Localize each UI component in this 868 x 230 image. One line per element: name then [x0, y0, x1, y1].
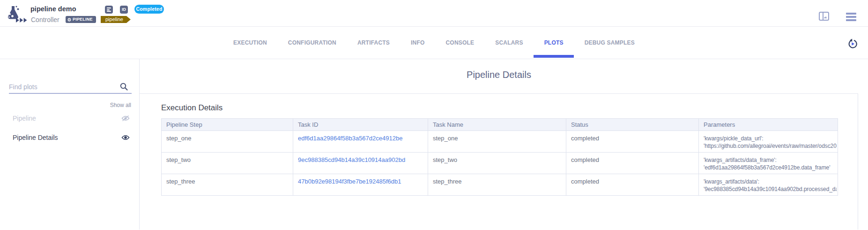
cell-pipeline-step: step_one	[162, 131, 293, 153]
find-plots-input[interactable]: Find plots	[9, 83, 37, 91]
gear-icon	[67, 18, 71, 22]
cell-task-id[interactable]: 9ec988385cd94b14a39c10914aa902bd	[293, 153, 428, 174]
tab-plots[interactable]: PLOTS	[534, 27, 574, 59]
tab-scalars[interactable]: SCALARS	[485, 27, 534, 59]
split-view-icon[interactable]	[819, 12, 829, 23]
sidebar-item-pipeline-details[interactable]: Pipeline Details	[13, 134, 58, 141]
cell-task-id[interactable]: 47b0b92e98194f3fbe7be192485f6db1	[293, 174, 428, 196]
sidebar-item-pipeline[interactable]: Pipeline	[13, 115, 36, 122]
experiment-subtitle: Controller	[31, 16, 59, 23]
plots-sidebar: Find plots Show all Pipeline Pipeline De…	[0, 59, 140, 230]
tab-debug-samples[interactable]: DEBUG SAMPLES	[574, 27, 645, 59]
section-title: Execution Details	[161, 103, 858, 113]
experiment-title: pipeline demo	[30, 5, 76, 13]
refresh-icon[interactable]	[847, 38, 858, 51]
description-icon[interactable]	[105, 6, 113, 14]
col-task-id: Task ID	[293, 119, 428, 131]
table-row: step_three 47b0b92e98194f3fbe7be192485f6…	[162, 174, 838, 196]
cell-task-name: step_one	[428, 131, 566, 153]
tab-bar: EXECUTION CONFIGURATION ARTIFACTS INFO C…	[0, 27, 868, 59]
user-tag-pipeline[interactable]: pipeline	[101, 16, 131, 23]
eye-icon[interactable]	[121, 134, 130, 143]
app-header: pipeline demo ID Completed Controller PI…	[0, 0, 868, 27]
cell-task-id[interactable]: edf6d1aa29864f58b3a567d2ce4912be	[293, 131, 428, 153]
content-area: Find plots Show all Pipeline Pipeline De…	[0, 59, 868, 230]
cell-parameters: 'kwargs/pickle_data_url': 'https://githu…	[699, 131, 838, 153]
cell-status: completed	[566, 174, 699, 196]
plot-title: Pipeline Details	[140, 69, 858, 80]
status-badge: Completed	[134, 5, 164, 14]
cell-task-name: step_three	[428, 174, 566, 196]
col-pipeline-step: Pipeline Step	[162, 119, 293, 131]
cell-task-name: step_two	[428, 153, 566, 174]
cell-parameters: 'kwargs_artifacts/data': '9ec988385cd94b…	[699, 174, 838, 196]
search-input-underline	[9, 93, 132, 94]
app-logo-icon[interactable]	[4, 4, 29, 26]
hamburger-menu-icon[interactable]	[846, 13, 856, 23]
system-tag-pipeline: PIPELINE	[66, 16, 96, 23]
tab-console[interactable]: CONSOLE	[435, 27, 485, 59]
plot-card: Execution Details Pipeline Step Task ID …	[140, 93, 858, 230]
tab-execution[interactable]: EXECUTION	[223, 27, 278, 59]
col-parameters: Parameters	[699, 119, 838, 131]
table-row: step_one edf6d1aa29864f58b3a567d2ce4912b…	[162, 131, 838, 153]
tab-configuration[interactable]: CONFIGURATION	[277, 27, 347, 59]
id-badge[interactable]: ID	[120, 6, 128, 14]
cell-parameters: 'kwargs_artifacts/data_frame': 'edf6d1aa…	[699, 153, 838, 174]
tab-artifacts[interactable]: ARTIFACTS	[347, 27, 400, 59]
search-icon[interactable]	[119, 82, 128, 93]
eye-off-icon[interactable]	[121, 115, 130, 123]
execution-details-table: Pipeline Step Task ID Task Name Status P…	[161, 118, 838, 196]
table-row: step_two 9ec988385cd94b14a39c10914aa902b…	[162, 153, 838, 174]
show-all-link[interactable]: Show all	[110, 102, 131, 108]
tab-info[interactable]: INFO	[401, 27, 435, 59]
cell-pipeline-step: step_three	[162, 174, 293, 196]
col-task-name: Task Name	[428, 119, 566, 131]
cell-status: completed	[566, 131, 699, 153]
plot-area: Pipeline Details Execution Details Pipel…	[140, 59, 868, 230]
cell-pipeline-step: step_two	[162, 153, 293, 174]
cell-status: completed	[566, 153, 699, 174]
table-header-row: Pipeline Step Task ID Task Name Status P…	[162, 119, 838, 131]
active-tab-indicator	[534, 55, 574, 58]
col-status: Status	[566, 119, 699, 131]
